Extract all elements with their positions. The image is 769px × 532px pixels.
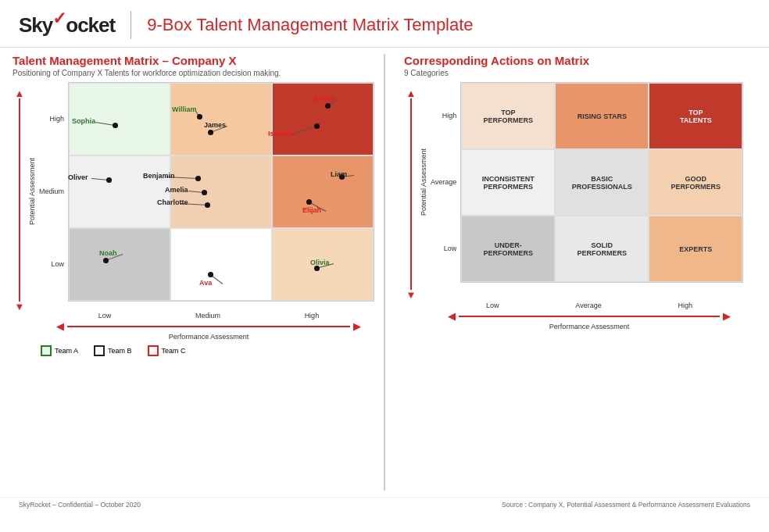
footer-right: Source : Company X, Potential Assessment…: [502, 501, 750, 509]
y-ticks-right: High Average Low: [431, 82, 459, 281]
x-tick-medium: Medium: [195, 312, 220, 320]
cell-2-2: [272, 228, 374, 301]
y-axis-arrow-up-right: ▲: [406, 88, 417, 98]
cell-1-0: [69, 155, 170, 228]
y-tick-average-r: Average: [431, 178, 456, 186]
rcell-2-2: EXPERTS: [649, 216, 742, 282]
legend-box-a: [41, 345, 52, 356]
x-axis-label-right: Performance Assessment: [448, 323, 731, 330]
y-axis-line-right: [410, 98, 412, 290]
x-axis-line-left: [67, 326, 350, 327]
y-axis-line: [19, 98, 20, 302]
header-title: 9-Box Talent Management Matrix Template: [147, 15, 473, 35]
x-tick-high-r: High: [678, 302, 693, 309]
y-tick-medium: Medium: [39, 187, 64, 195]
x-axis-line-right: [459, 316, 720, 317]
x-axis-row-left: ◀ ▶: [56, 320, 361, 332]
cell-1-2: [272, 155, 374, 228]
rcell-0-2: TOPTALENTS: [649, 83, 742, 149]
x-tick-high: High: [305, 312, 320, 320]
logo-text: Sky: [19, 13, 52, 37]
right-section-subtitle: 9 Categories: [404, 69, 756, 77]
y-axis-arrow-up: ▲: [15, 88, 25, 98]
legend-item-b: Team B: [94, 345, 132, 356]
rcell-2-1: SOLIDPERFORMERS: [555, 216, 649, 282]
y-tick-low: Low: [39, 260, 64, 268]
y-tick-low-r: Low: [431, 245, 456, 252]
x-arrow-right-r: ▶: [723, 310, 731, 322]
right-matrix-grid: TOPPERFORMERS RISING STARS TOPTALENTS IN…: [460, 82, 743, 283]
x-axis-row-right: ◀ ▶: [448, 310, 731, 322]
legend-box-b: [94, 345, 105, 356]
cell-0-0: [69, 83, 170, 155]
y-tick-high-r: High: [431, 112, 456, 120]
y-tick-high: High: [39, 115, 64, 123]
cell-2-0: [69, 228, 170, 301]
x-tick-average-r: Average: [575, 302, 601, 309]
y-axis-label-right: Potential Assessment: [420, 82, 427, 281]
rcell-2-0: UNDER-PERFORMERS: [461, 216, 555, 282]
logo: Sky✓ocket: [19, 13, 115, 37]
legend-item-a: Team A: [41, 345, 78, 356]
x-arrow-left-r: ◀: [448, 310, 456, 322]
cell-1-1: [170, 155, 272, 228]
cell-2-1: [170, 228, 272, 301]
header: Sky✓ocket 9-Box Talent Management Matrix…: [0, 0, 769, 48]
y-axis-label-left: Potential Assessment: [28, 82, 36, 301]
main-content: Talent Management Matrix – Company X Pos…: [0, 48, 769, 497]
rcell-0-0: TOPPERFORMERS: [461, 83, 555, 149]
right-matrix-container: TOPPERFORMERS RISING STARS TOPTALENTS IN…: [460, 82, 743, 283]
legend-box-c: [148, 345, 159, 356]
right-panel: Corresponding Actions on Matrix 9 Catego…: [398, 54, 756, 491]
y-axis-arrow-down: ▼: [15, 302, 25, 312]
cell-0-2: [272, 83, 374, 155]
left-section-title: Talent Management Matrix – Company X: [13, 54, 374, 67]
x-arrow-right: ▶: [353, 320, 361, 332]
x-tick-low-r: Low: [486, 302, 499, 309]
y-axis-arrow-down-right: ▼: [406, 290, 417, 300]
x-arrow-left: ◀: [56, 320, 64, 332]
legend-label-a: Team A: [55, 347, 78, 355]
rcell-1-1: BASICPROFESSIONALS: [555, 149, 649, 216]
left-matrix-container: SophiaWilliamEmmaIsabellaJamesOliverBenj…: [68, 82, 374, 302]
x-axis-left: Low Medium High ◀ ▶ Performance Assessme…: [56, 312, 374, 341]
footer-left: SkyRocket – Confidential – October 2020: [19, 501, 141, 509]
rcell-1-0: INCONSISTENTPERFORMERS: [461, 149, 555, 216]
x-axis-right: Low Average High ◀ ▶ Performance Assessm…: [448, 302, 756, 330]
cell-0-1: [170, 83, 272, 155]
x-axis-label-left: Performance Assessment: [56, 333, 361, 341]
y-ticks-left: High Medium Low: [39, 82, 66, 300]
x-ticks-right: Low Average High: [448, 302, 731, 309]
left-matrix-grid: [68, 82, 374, 302]
header-divider: [131, 11, 131, 39]
x-ticks-left: Low Medium High: [56, 312, 361, 320]
right-section-title: Corresponding Actions on Matrix: [404, 54, 756, 67]
rcell-1-2: GOODPERFORMERS: [649, 149, 742, 216]
footer: SkyRocket – Confidential – October 2020 …: [0, 497, 769, 512]
left-section-subtitle: Positioning of Company X Talents for wor…: [13, 69, 374, 77]
rcell-0-1: RISING STARS: [555, 83, 649, 149]
left-panel: Talent Management Matrix – Company X Pos…: [13, 54, 385, 491]
legend-item-c: Team C: [148, 345, 186, 356]
legend-label-c: Team C: [162, 347, 186, 355]
x-tick-low: Low: [98, 312, 112, 320]
legend-label-b: Team B: [108, 347, 132, 355]
legend: Team A Team B Team C: [41, 345, 374, 356]
